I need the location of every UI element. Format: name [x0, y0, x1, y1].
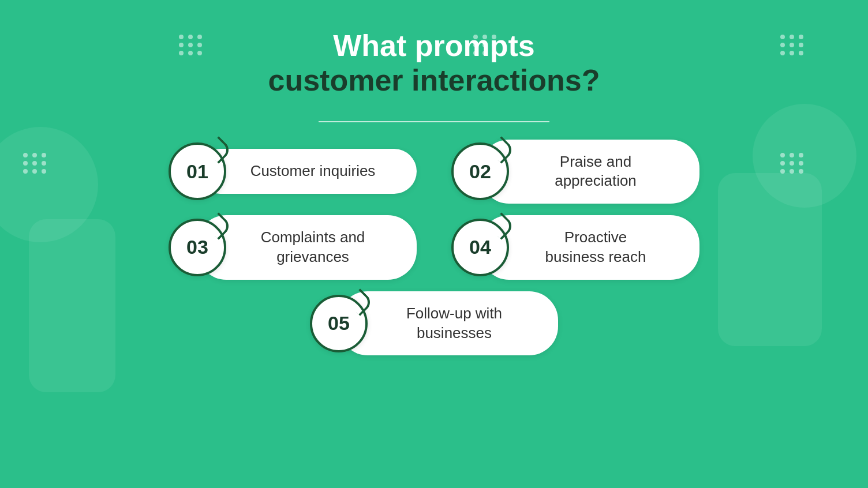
cards-row-2: 03 Complaints andgrievances 04 Proactive… — [169, 215, 699, 280]
card-badge-05: 05 — [310, 295, 368, 352]
title-divider — [319, 121, 549, 122]
card-pill-03: Complaints andgrievances — [197, 215, 417, 280]
card-pill-02: Praise andappreciation — [480, 140, 699, 204]
card-badge-01: 01 — [169, 142, 226, 200]
card-item-02: 02 Praise andappreciation — [451, 140, 699, 204]
title-line2: customer interactions? — [268, 63, 600, 98]
card-item-04: 04 Proactivebusiness reach — [451, 215, 699, 280]
cards-row-1: 01 Customer inquiries 02 Praise andappre… — [169, 140, 699, 204]
card-label-04: Proactivebusiness reach — [545, 228, 646, 267]
card-badge-04: 04 — [451, 219, 509, 276]
card-item-01: 01 Customer inquiries — [169, 140, 417, 204]
card-label-03: Complaints andgrievances — [261, 228, 365, 267]
title-line1: What prompts — [268, 29, 600, 63]
title-section: What prompts customer interactions? — [268, 29, 600, 98]
cards-area: 01 Customer inquiries 02 Praise andappre… — [0, 140, 868, 356]
card-label-01: Customer inquiries — [250, 162, 376, 181]
card-label-05: Follow-up withbusinesses — [406, 304, 502, 343]
card-item-05: 05 Follow-up withbusinesses — [310, 291, 558, 356]
card-pill-05: Follow-up withbusinesses — [339, 291, 558, 356]
main-content: What prompts customer interactions? 01 C… — [0, 0, 868, 355]
cards-row-3: 05 Follow-up withbusinesses — [310, 291, 558, 356]
card-pill-04: Proactivebusiness reach — [480, 215, 699, 280]
card-pill-01: Customer inquiries — [197, 149, 417, 194]
card-badge-02: 02 — [451, 142, 509, 200]
card-label-02: Praise andappreciation — [555, 152, 637, 192]
card-badge-03: 03 — [169, 219, 226, 276]
card-item-03: 03 Complaints andgrievances — [169, 215, 417, 280]
